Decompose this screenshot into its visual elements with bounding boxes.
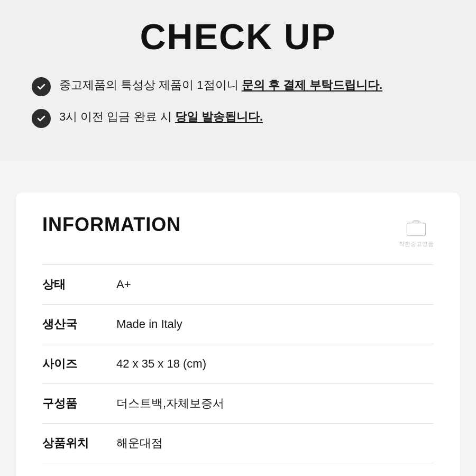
info-label-components: 구성품 xyxy=(42,384,116,424)
info-row-origin: 생산국 Made in Italy xyxy=(42,305,434,344)
check-item-2: 3시 이전 입금 완료 시 당일 발송됩니다. xyxy=(32,108,444,128)
info-value-location: 해운대점 xyxy=(116,424,434,463)
info-card-title: INFORMATION xyxy=(42,214,181,236)
info-header: INFORMATION 착한중고명품 xyxy=(42,214,434,248)
check-icon-2 xyxy=(32,109,51,128)
info-value-condition: A+ xyxy=(116,265,434,305)
info-value-origin: Made in Italy xyxy=(116,305,434,344)
page-title: CHECK UP xyxy=(32,16,444,57)
top-section: CHECK UP 중고제품의 특성상 제품이 1점이니 문의 후 결제 부탁드립… xyxy=(0,0,476,161)
svg-rect-0 xyxy=(407,223,425,236)
info-card: INFORMATION 착한중고명품 상태 A+ 생산국 Made in Ita… xyxy=(16,193,460,476)
check-text-1: 중고제품의 특성상 제품이 1점이니 문의 후 결제 부탁드립니다. xyxy=(59,76,382,94)
check-item-1: 중고제품의 특성상 제품이 1점이니 문의 후 결제 부탁드립니다. xyxy=(32,76,444,96)
info-value-size: 42 x 35 x 18 (cm) xyxy=(116,344,434,384)
info-row-components: 구성품 더스트백,자체보증서 xyxy=(42,384,434,424)
info-label-condition: 상태 xyxy=(42,265,116,305)
check-bold-1: 문의 후 결제 부탁드립니다. xyxy=(242,78,382,91)
info-row-location: 상품위치 해운대점 xyxy=(42,424,434,463)
info-label-location: 상품위치 xyxy=(42,424,116,463)
watermark-icon xyxy=(404,214,429,239)
info-table: 상태 A+ 생산국 Made in Italy 사이즈 42 x 35 x 18… xyxy=(42,264,434,463)
info-value-components: 더스트백,자체보증서 xyxy=(116,384,434,424)
info-row-size: 사이즈 42 x 35 x 18 (cm) xyxy=(42,344,434,384)
check-icon-1 xyxy=(32,77,51,96)
info-label-size: 사이즈 xyxy=(42,344,116,384)
spacer xyxy=(0,161,476,193)
check-text-2: 3시 이전 입금 완료 시 당일 발송됩니다. xyxy=(59,108,263,125)
check-bold-2: 당일 발송됩니다. xyxy=(175,110,263,123)
watermark: 착한중고명품 xyxy=(399,214,434,248)
check-items-list: 중고제품의 특성상 제품이 1점이니 문의 후 결제 부탁드립니다. 3시 이전… xyxy=(32,76,444,128)
info-row-condition: 상태 A+ xyxy=(42,265,434,305)
watermark-label: 착한중고명품 xyxy=(399,240,434,248)
info-label-origin: 생산국 xyxy=(42,305,116,344)
